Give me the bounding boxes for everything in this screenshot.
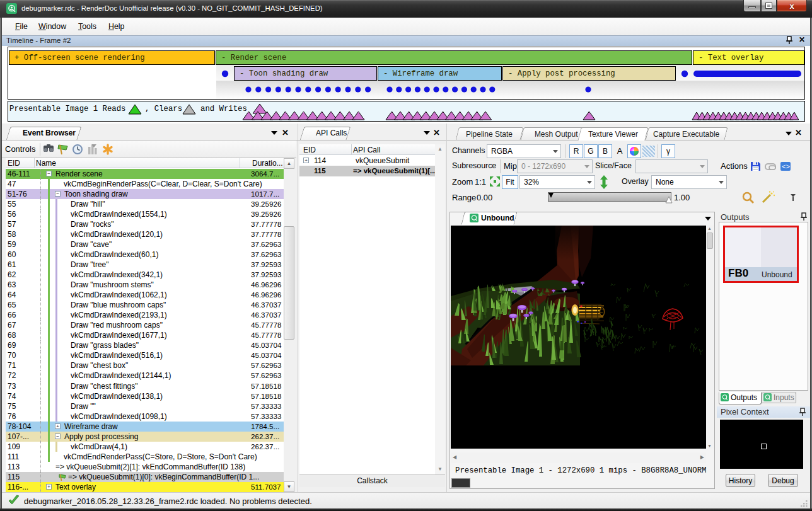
- svg-text:<>: <>: [782, 163, 790, 171]
